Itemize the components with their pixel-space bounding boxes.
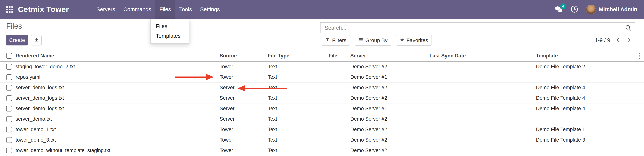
cell-last-sync-date[interactable] — [429, 135, 535, 145]
cell-rendered-name[interactable]: server_demo_logs.txt — [14, 93, 219, 103]
cell-server[interactable]: Demo Server #1 — [350, 103, 429, 114]
app-brand[interactable]: Cetmix Tower — [18, 0, 69, 19]
row-checkbox[interactable] — [6, 127, 12, 132]
cell-file-type[interactable]: Text — [267, 103, 328, 114]
cell-file-type[interactable]: Text — [267, 135, 328, 145]
column-header-last-sync-date[interactable]: Last Sync Date — [429, 50, 535, 62]
cell-rendered-name[interactable]: tower_demo_1.txt — [14, 124, 219, 135]
cell-template[interactable] — [535, 72, 636, 82]
pager-previous-button[interactable] — [614, 36, 622, 45]
cell-file[interactable] — [328, 103, 350, 114]
cell-template[interactable]: Demo File Template 2 — [535, 62, 636, 72]
cell-rendered-name[interactable]: server_demo.txt — [14, 114, 219, 124]
cell-server[interactable]: Demo Server #2 — [350, 82, 429, 93]
cell-server[interactable]: Demo Server #2 — [350, 62, 429, 72]
cell-server[interactable]: Demo Server #2 — [350, 124, 429, 135]
apps-grid-icon[interactable] — [6, 6, 13, 13]
cell-file[interactable] — [328, 114, 350, 124]
column-header-source[interactable]: Source — [219, 50, 267, 62]
user-menu[interactable]: Mitchell Admin — [586, 5, 637, 14]
row-checkbox[interactable] — [6, 116, 12, 122]
cell-last-sync-date[interactable] — [429, 114, 535, 124]
menu-item-files[interactable]: Files — [155, 0, 175, 19]
cell-server[interactable]: Demo Server #1 — [350, 72, 429, 82]
dropdown-item-templates[interactable]: Templates — [150, 31, 189, 41]
cell-last-sync-date[interactable] — [429, 145, 535, 156]
download-button[interactable] — [31, 35, 42, 45]
cell-file-type[interactable]: Text — [267, 93, 328, 103]
row-checkbox[interactable] — [6, 106, 12, 111]
cell-last-sync-date[interactable] — [429, 72, 535, 82]
cell-template[interactable]: Demo File Template 4 — [535, 93, 636, 103]
cell-rendered-name[interactable]: server_demo_logs.txt — [14, 103, 219, 114]
column-header-template[interactable]: Template — [535, 50, 636, 62]
cell-server[interactable]: Demo Server #2 — [350, 93, 429, 103]
cell-source[interactable]: Tower — [219, 135, 267, 145]
cell-server[interactable]: Demo Server #2 — [350, 145, 429, 156]
menu-item-tools[interactable]: Tools — [175, 0, 196, 19]
cell-file-type[interactable]: Text — [267, 124, 328, 135]
pager-next-button[interactable] — [626, 36, 633, 45]
table-row[interactable]: staging_tower_demo_2.txt Tower Text Demo… — [0, 62, 644, 72]
cell-file[interactable] — [328, 82, 350, 93]
table-row[interactable]: tower_demo_1.txt Tower Text Demo Server … — [0, 124, 644, 135]
cell-last-sync-date[interactable] — [429, 93, 535, 103]
table-row[interactable]: server_demo_logs.txt Server Text Demo Se… — [0, 103, 644, 114]
dropdown-item-files[interactable]: Files — [150, 21, 189, 31]
optional-columns-toggle-icon[interactable]: ⋮ — [637, 52, 643, 59]
favorites-button[interactable]: Favorites — [396, 35, 432, 46]
cell-source[interactable]: Server — [219, 103, 267, 114]
cell-file[interactable] — [328, 62, 350, 72]
column-header-server[interactable]: Server — [350, 50, 429, 62]
cell-source[interactable]: Server — [219, 82, 267, 93]
table-row[interactable]: server_demo_logs.txt Server Text Demo Se… — [0, 93, 644, 103]
menu-item-commands[interactable]: Commands — [119, 0, 155, 19]
cell-template[interactable]: Demo File Template 4 — [535, 103, 636, 114]
group-by-button[interactable]: Group By — [355, 35, 391, 46]
row-checkbox[interactable] — [6, 137, 12, 143]
table-row[interactable]: tower_demo_3.txt Tower Text Demo Server … — [0, 135, 644, 145]
cell-rendered-name[interactable]: tower_demo_without_template_staging.txt — [14, 145, 219, 156]
cell-template[interactable]: Demo File Template 1 — [535, 124, 636, 135]
cell-file-type[interactable]: Text — [267, 62, 328, 72]
row-checkbox[interactable] — [6, 64, 12, 70]
cell-last-sync-date[interactable] — [429, 124, 535, 135]
cell-file-type[interactable]: Text — [267, 72, 328, 82]
cell-source[interactable]: Server — [219, 93, 267, 103]
cell-server[interactable]: Demo Server #2 — [350, 135, 429, 145]
select-all-checkbox[interactable] — [6, 53, 12, 59]
table-row[interactable]: server_demo_logs.txt Server Text Demo Se… — [0, 82, 644, 93]
cell-file-type[interactable]: Text — [267, 114, 328, 124]
row-checkbox[interactable] — [6, 148, 12, 153]
menu-item-servers[interactable]: Servers — [92, 0, 119, 19]
cell-source[interactable]: Tower — [219, 145, 267, 156]
column-header-rendered-name[interactable]: Rendered Name — [14, 50, 219, 62]
create-button[interactable]: Create — [6, 35, 28, 45]
cell-file-type[interactable]: Text — [267, 145, 328, 156]
activity-button[interactable] — [571, 5, 578, 14]
cell-rendered-name[interactable]: tower_demo_3.txt — [14, 135, 219, 145]
row-checkbox[interactable] — [6, 95, 12, 101]
cell-template[interactable] — [535, 114, 636, 124]
cell-file[interactable] — [328, 93, 350, 103]
cell-source[interactable]: Tower — [219, 72, 267, 82]
cell-source[interactable]: Tower — [219, 62, 267, 72]
cell-source[interactable]: Server — [219, 114, 267, 124]
cell-rendered-name[interactable]: staging_tower_demo_2.txt — [14, 62, 219, 72]
menu-item-settings[interactable]: Settings — [196, 0, 224, 19]
table-row[interactable]: tower_demo_without_template_staging.txt … — [0, 145, 644, 156]
cell-last-sync-date[interactable] — [429, 82, 535, 93]
cell-file[interactable] — [328, 124, 350, 135]
cell-last-sync-date[interactable] — [429, 103, 535, 114]
cell-server[interactable]: Demo Server #2 — [350, 114, 429, 124]
cell-file-type[interactable]: Text — [267, 82, 328, 93]
messages-button[interactable]: 4 — [555, 6, 563, 13]
table-row[interactable]: server_demo.txt Server Text Demo Server … — [0, 114, 644, 124]
cell-file[interactable] — [328, 145, 350, 156]
column-header-file-type[interactable]: File Type — [267, 50, 328, 62]
search-input[interactable] — [320, 23, 625, 33]
filters-button[interactable]: Filters — [322, 35, 350, 46]
cell-source[interactable]: Tower — [219, 124, 267, 135]
search-icon[interactable] — [625, 25, 632, 31]
cell-template[interactable] — [535, 145, 636, 156]
